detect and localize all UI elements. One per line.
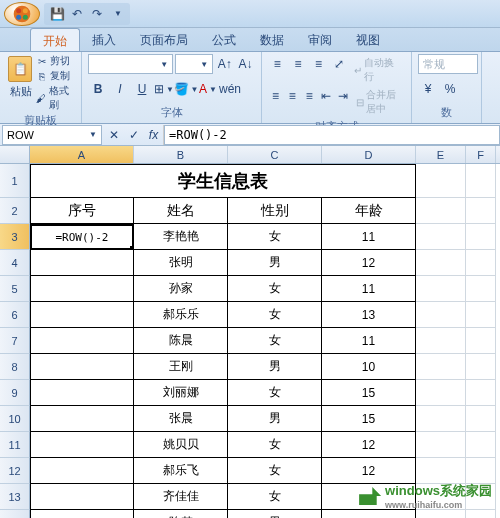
cell[interactable]: [416, 354, 466, 380]
cell[interactable]: [466, 328, 496, 354]
cell[interactable]: [30, 406, 134, 432]
cell[interactable]: [322, 510, 416, 518]
cell[interactable]: [416, 432, 466, 458]
col-header-A[interactable]: A: [30, 146, 134, 163]
tab-page-layout[interactable]: 页面布局: [128, 28, 200, 51]
phonetic-button[interactable]: wén: [220, 79, 240, 99]
cell[interactable]: 女: [228, 458, 322, 484]
row-header-6[interactable]: 6: [0, 302, 30, 328]
cell[interactable]: 男: [228, 510, 322, 518]
tab-insert[interactable]: 插入: [80, 28, 128, 51]
row-header-4[interactable]: 4: [0, 250, 30, 276]
cell[interactable]: 女: [228, 302, 322, 328]
cell[interactable]: [466, 164, 496, 198]
align-left-button[interactable]: ≡: [268, 86, 283, 106]
cell[interactable]: 张明: [134, 250, 228, 276]
cell[interactable]: [30, 484, 134, 510]
row-header-1[interactable]: 1: [0, 164, 30, 198]
wrap-text-button[interactable]: ↵自动换行: [350, 54, 405, 86]
font-color-button[interactable]: A▼: [198, 79, 218, 99]
cell[interactable]: 15: [322, 406, 416, 432]
align-center-button[interactable]: ≡: [285, 86, 300, 106]
fill-color-button[interactable]: 🪣▼: [176, 79, 196, 99]
cell[interactable]: [30, 432, 134, 458]
decrease-indent-button[interactable]: ⇤: [319, 86, 334, 106]
cell[interactable]: [416, 250, 466, 276]
cell[interactable]: 12: [322, 250, 416, 276]
cell[interactable]: [30, 302, 134, 328]
percent-button[interactable]: %: [440, 79, 460, 99]
save-button[interactable]: 💾: [48, 5, 66, 23]
cell[interactable]: 陈楚: [134, 510, 228, 518]
header-cell[interactable]: 年龄: [322, 198, 416, 224]
italic-button[interactable]: I: [110, 79, 130, 99]
cell[interactable]: 女: [228, 224, 322, 250]
row-header-14[interactable]: 14: [0, 510, 30, 518]
row-header-11[interactable]: 11: [0, 432, 30, 458]
decrease-font-button[interactable]: A↓: [236, 54, 255, 74]
cell[interactable]: [416, 380, 466, 406]
cell[interactable]: [466, 302, 496, 328]
cell[interactable]: [30, 250, 134, 276]
cell[interactable]: [466, 458, 496, 484]
cell[interactable]: [30, 510, 134, 518]
row-header-10[interactable]: 10: [0, 406, 30, 432]
cut-button[interactable]: ✂剪切: [36, 54, 75, 68]
row-header-2[interactable]: 2: [0, 198, 30, 224]
cell[interactable]: 女: [228, 328, 322, 354]
header-cell[interactable]: 性别: [228, 198, 322, 224]
cell[interactable]: [416, 406, 466, 432]
cell[interactable]: 郝乐飞: [134, 458, 228, 484]
currency-button[interactable]: ¥: [418, 79, 438, 99]
cell[interactable]: [416, 458, 466, 484]
cell[interactable]: 男: [228, 354, 322, 380]
bold-button[interactable]: B: [88, 79, 108, 99]
align-top-button[interactable]: ≡: [268, 54, 287, 74]
row-header-13[interactable]: 13: [0, 484, 30, 510]
office-button[interactable]: [4, 2, 40, 26]
cell[interactable]: 15: [322, 380, 416, 406]
col-header-C[interactable]: C: [228, 146, 322, 163]
cell[interactable]: 男: [228, 406, 322, 432]
cell[interactable]: [466, 432, 496, 458]
title-cell[interactable]: 学生信息表: [30, 164, 416, 198]
redo-button[interactable]: ↷: [88, 5, 106, 23]
merge-center-button[interactable]: ⊟合并后居中: [352, 86, 405, 118]
cell[interactable]: [30, 276, 134, 302]
qat-customize-button[interactable]: ▼: [108, 5, 126, 23]
orientation-button[interactable]: ⤢: [330, 54, 349, 74]
copy-button[interactable]: ⎘复制: [36, 69, 75, 83]
tab-home[interactable]: 开始: [30, 28, 80, 51]
cell[interactable]: [466, 380, 496, 406]
align-bottom-button[interactable]: ≡: [309, 54, 328, 74]
cell[interactable]: 王刚: [134, 354, 228, 380]
cell[interactable]: [466, 406, 496, 432]
increase-font-button[interactable]: A↑: [215, 54, 234, 74]
cell[interactable]: 10: [322, 354, 416, 380]
cancel-button[interactable]: ✕: [104, 125, 124, 145]
cell[interactable]: [30, 380, 134, 406]
underline-button[interactable]: U: [132, 79, 152, 99]
enter-button[interactable]: ✓: [124, 125, 144, 145]
cell[interactable]: [416, 224, 466, 250]
tab-review[interactable]: 审阅: [296, 28, 344, 51]
formula-input[interactable]: =ROW()-2: [164, 125, 500, 145]
col-header-E[interactable]: E: [416, 146, 466, 163]
cell[interactable]: 齐佳佳: [134, 484, 228, 510]
increase-indent-button[interactable]: ⇥: [336, 86, 351, 106]
cell[interactable]: [416, 276, 466, 302]
cell[interactable]: 张晨: [134, 406, 228, 432]
header-cell[interactable]: 姓名: [134, 198, 228, 224]
col-header-D[interactable]: D: [322, 146, 416, 163]
cell[interactable]: 李艳艳: [134, 224, 228, 250]
format-painter-button[interactable]: 🖌格式刷: [36, 84, 75, 112]
cell[interactable]: 女: [228, 484, 322, 510]
tab-formulas[interactable]: 公式: [200, 28, 248, 51]
cell[interactable]: [466, 250, 496, 276]
name-box[interactable]: ROW▼: [2, 125, 102, 145]
cell[interactable]: [466, 276, 496, 302]
cell[interactable]: [416, 328, 466, 354]
row-header-7[interactable]: 7: [0, 328, 30, 354]
border-button[interactable]: ⊞▼: [154, 79, 174, 99]
cell[interactable]: 12: [322, 432, 416, 458]
